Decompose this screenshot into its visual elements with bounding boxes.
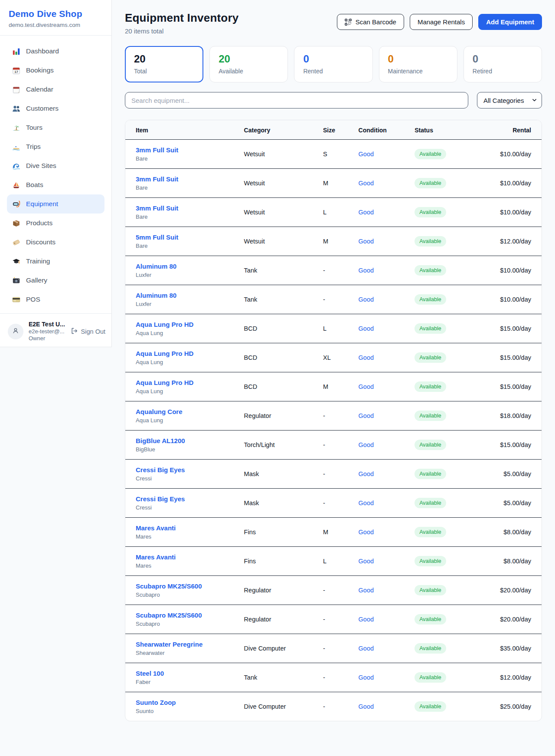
credit-card-icon [12, 296, 20, 304]
sidebar-item-customers[interactable]: Customers [7, 99, 104, 118]
table-row: Steel 100 Faber Tank - Good Available $1… [125, 663, 542, 692]
status-badge: Available [415, 265, 446, 276]
filter-row: All Categories [125, 92, 542, 108]
stat-card-maintenance[interactable]: 0 Maintenance [379, 46, 457, 82]
sidebar-item-tours[interactable]: Tours [7, 118, 104, 137]
sidebar-item-training[interactable]: Training [7, 252, 104, 271]
page: Demo Dive Shop demo.test.divestreams.com… [0, 0, 555, 756]
item-name-link[interactable]: Scubapro MK25/S600 [136, 611, 202, 619]
stat-label: Rented [303, 68, 363, 75]
sidebar-item-discounts[interactable]: Discounts [7, 233, 104, 252]
table-row: 3mm Full Suit Bare Wetsuit S Good Availa… [125, 140, 542, 169]
item-condition-link[interactable]: Good [359, 267, 374, 274]
sidebar-item-label: Tours [26, 124, 42, 131]
sidebar-item-pos[interactable]: POS [7, 290, 104, 309]
stat-label: Retired [473, 68, 533, 75]
user-email: e2e-tester@... [29, 328, 65, 335]
stat-card-total[interactable]: 20 Total [125, 46, 203, 82]
item-condition-link[interactable]: Good [359, 500, 374, 506]
item-name-link[interactable]: Mares Avanti [136, 553, 176, 561]
item-brand: Aqua Lung [136, 330, 244, 337]
grad-cap-icon [12, 257, 20, 266]
item-name-link[interactable]: Aqua Lung Pro HD [136, 320, 193, 329]
item-name-link[interactable]: Cressi Big Eyes [136, 495, 185, 503]
item-rental: $10.00/day [490, 285, 542, 314]
item-name-link[interactable]: BigBlue AL1200 [136, 437, 185, 445]
item-condition-link[interactable]: Good [359, 238, 374, 245]
item-condition-link[interactable]: Good [359, 441, 374, 448]
header-actions: Scan Barcode Manage Rentals Add Equipmen… [337, 11, 542, 30]
search-input[interactable] [125, 92, 468, 108]
category-select-value: All Categories [483, 97, 524, 104]
item-condition-link[interactable]: Good [359, 151, 374, 158]
item-name-link[interactable]: Aluminum 80 [136, 262, 176, 270]
item-brand: Bare [136, 214, 244, 220]
item-condition-link[interactable]: Good [359, 180, 374, 187]
item-condition-link[interactable]: Good [359, 354, 374, 361]
item-condition-link[interactable]: Good [359, 383, 374, 390]
item-name-link[interactable]: Aqua Lung Pro HD [136, 349, 193, 358]
stat-card-rented[interactable]: 0 Rented [294, 46, 372, 82]
sidebar-item-bookings[interactable]: 17 Bookings [7, 61, 104, 80]
sidebar-item-dashboard[interactable]: Dashboard [7, 42, 104, 61]
stat-card-retired[interactable]: 0 Retired [464, 46, 542, 82]
sidebar-item-calendar[interactable]: Calendar [7, 80, 104, 99]
barcode-scan-icon [345, 19, 352, 26]
item-condition-link[interactable]: Good [359, 412, 374, 419]
item-name-link[interactable]: Cressi Big Eyes [136, 466, 185, 474]
item-category: Wetsuit [244, 198, 323, 227]
scan-barcode-button[interactable]: Scan Barcode [337, 14, 404, 30]
item-name-link[interactable]: Suunto Zoop [136, 698, 176, 707]
manage-rentals-button[interactable]: Manage Rentals [410, 14, 473, 30]
column-header-status: Status [415, 120, 490, 140]
table-header-row: ItemCategorySizeConditionStatusRental [125, 120, 542, 140]
item-condition-link[interactable]: Good [359, 645, 374, 652]
sidebar-item-label: Bookings [26, 66, 54, 74]
item-condition-link[interactable]: Good [359, 703, 374, 710]
item-name-link[interactable]: Scubapro MK25/S600 [136, 582, 202, 590]
item-name-link[interactable]: 3mm Full Suit [136, 175, 178, 183]
item-name-link[interactable]: Mares Avanti [136, 524, 176, 532]
item-condition-link[interactable]: Good [359, 470, 374, 477]
item-name-link[interactable]: Aqualung Core [136, 408, 183, 416]
status-badge: Available [415, 585, 446, 595]
item-name-link[interactable]: Aluminum 80 [136, 291, 176, 299]
sidebar-item-products[interactable]: Products [7, 214, 104, 233]
sidebar-item-dive-sites[interactable]: Dive Sites [7, 156, 104, 175]
stat-card-available[interactable]: 20 Available [209, 46, 288, 82]
item-name-link[interactable]: Steel 100 [136, 669, 164, 677]
sign-out-button[interactable]: Sign Out [71, 327, 105, 336]
svg-text:17: 17 [14, 69, 18, 73]
status-badge: Available [415, 207, 446, 217]
item-brand: Suunto [136, 708, 244, 715]
item-name-link[interactable]: Aqua Lung Pro HD [136, 378, 193, 387]
add-equipment-button[interactable]: Add Equipment [478, 14, 542, 30]
package-icon [12, 219, 20, 227]
item-condition-link[interactable]: Good [359, 529, 374, 536]
avatar [8, 324, 23, 339]
category-select[interactable]: All Categories [477, 92, 542, 108]
table-row: Cressi Big Eyes Cressi Mask - Good Avail… [125, 489, 542, 518]
item-condition-link[interactable]: Good [359, 616, 374, 623]
sidebar-item-boats[interactable]: Boats [7, 175, 104, 194]
item-condition-link[interactable]: Good [359, 587, 374, 594]
item-category: Fins [244, 547, 323, 576]
item-size: - [323, 285, 359, 314]
item-condition-link[interactable]: Good [359, 674, 374, 681]
item-condition-link[interactable]: Good [359, 209, 374, 216]
item-name-link[interactable]: 5mm Full Suit [136, 233, 178, 241]
stat-label: Total [134, 68, 194, 75]
item-condition-link[interactable]: Good [359, 296, 374, 303]
item-rental: $20.00/day [490, 605, 542, 634]
sidebar-item-trips[interactable]: Trips [7, 137, 104, 156]
table-row: Cressi Big Eyes Cressi Mask - Good Avail… [125, 460, 542, 489]
item-condition-link[interactable]: Good [359, 558, 374, 565]
item-rental: $25.00/day [490, 692, 542, 721]
sidebar-item-equipment[interactable]: Equipment [7, 194, 104, 214]
item-name-link[interactable]: 3mm Full Suit [136, 146, 178, 154]
sidebar-item-gallery[interactable]: Gallery [7, 271, 104, 290]
item-name-link[interactable]: Shearwater Peregrine [136, 640, 202, 648]
item-condition-link[interactable]: Good [359, 325, 374, 332]
item-name-link[interactable]: 3mm Full Suit [136, 204, 178, 212]
sidebar: Demo Dive Shop demo.test.divestreams.com… [0, 0, 112, 347]
